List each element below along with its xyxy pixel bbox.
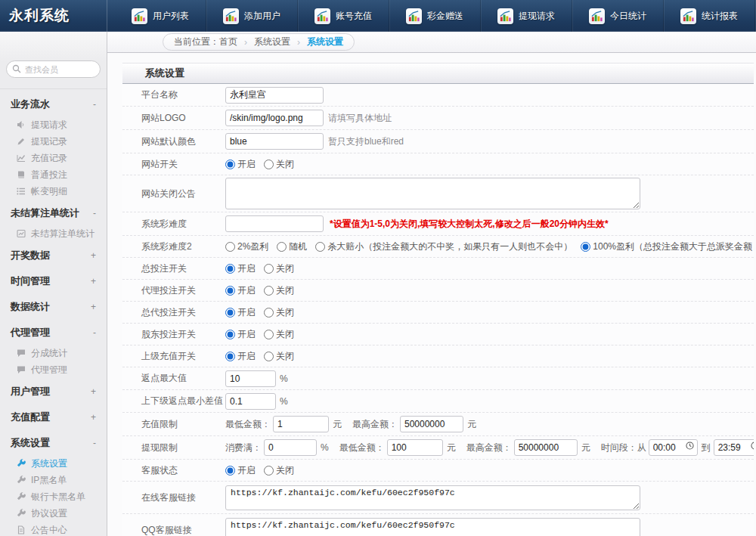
sidebar-section-lottery-data[interactable]: 开奖数据 + [0,242,107,268]
radio-input[interactable] [225,308,235,318]
collapse-toggle[interactable]: - [93,327,96,338]
radio-holder-bet-off[interactable]: 关闭 [264,328,294,341]
radio-input[interactable] [225,466,235,476]
sidebar-item-normal-bets[interactable]: 普通投注 [0,166,107,183]
nav-item-account-recharge[interactable]: 账号充值 [298,0,389,32]
sidebar-section-data-stats[interactable]: 数据统计 + [0,293,107,319]
breadcrumb-home[interactable]: 当前位置：首页 [174,36,237,48]
sidebar-section-unsettled-stats[interactable]: 未结算注单统计 - [0,200,107,225]
radio-input[interactable] [264,160,274,169]
radio-gagent-bet-on[interactable]: 开启 [225,306,256,319]
nav-item-stat-report[interactable]: 统计报表 [664,0,755,32]
radio-input[interactable] [315,242,325,252]
radio-site-switch-on[interactable]: 开启 [225,158,256,171]
sidebar-item-unsettled-stats[interactable]: 未结算注单统计 [0,225,107,242]
sidebar-item-withdraw-request[interactable]: 提现请求 [0,116,107,133]
radio-input[interactable] [225,286,235,296]
radio-input[interactable] [225,242,235,252]
recharge-min-input[interactable] [273,416,329,432]
clock-icon[interactable] [751,442,754,452]
sidebar-item-bankcard-blacklist[interactable]: 银行卡黑名单 [0,488,107,505]
sidebar-item-account-changes[interactable]: 帐变明细 [0,183,107,200]
radio-total-bet-on[interactable]: 开启 [225,262,256,275]
collapse-toggle[interactable]: - [93,208,96,218]
platform-name-input[interactable] [225,87,324,104]
radio-difficulty2-0[interactable]: 2%盈利 [225,240,268,253]
nav-item-today-stats[interactable]: 今日统计 [572,0,664,32]
radio-holder-bet-on[interactable]: 开启 [225,328,256,341]
nav-item-bonus-gift[interactable]: 彩金赠送 [389,0,481,32]
radio-input[interactable] [225,264,235,274]
breadcrumb-mid[interactable]: 系统设置 [254,36,290,48]
qq-service-textarea[interactable]: https://kf.zhantaijc.com/kefu/60ec2f950f… [225,518,640,536]
site-color-input[interactable] [225,133,324,150]
sidebar-section-agent-manage[interactable]: 代理管理 - [0,319,107,345]
sidebar-section-time-manage[interactable]: 时间管理 + [0,268,107,293]
collapse-toggle[interactable]: - [93,438,96,448]
sidebar-item-withdraw-records[interactable]: 提现记录 [0,133,107,150]
collapse-toggle[interactable]: + [91,276,96,287]
radio-input[interactable] [264,286,274,296]
withdraw-min-input[interactable] [387,439,443,456]
radio-service-on[interactable]: 开启 [225,464,256,477]
radio-input[interactable] [225,330,235,339]
radio-input[interactable] [277,242,287,252]
sidebar-item-system-settings[interactable]: 系统设置 [0,455,107,472]
collapse-toggle[interactable]: + [91,302,96,312]
radio-difficulty2-2[interactable]: 杀大赔小（投注金额大的不中奖，如果只有一人则也不会中） [315,240,572,253]
rebate-min-diff-input[interactable] [225,393,276,410]
sidebar-section-recharge-config[interactable]: 充值配置 + [0,404,107,429]
radio-input[interactable] [264,352,274,361]
radio-input[interactable] [581,242,590,252]
radio-input[interactable] [225,160,235,169]
difficulty-input[interactable] [225,215,324,232]
collapse-toggle[interactable]: - [93,99,96,110]
recharge-max-input[interactable] [400,416,463,432]
radio-agent-bet-on[interactable]: 开启 [225,284,256,297]
form-row-total-bet-switch: 总投注开关 开启 关闭 [122,258,754,280]
time-to-input[interactable] [714,439,754,456]
radio-difficulty2-3[interactable]: 100%盈利（总投注金额大于总派奖金额 否则重开） [581,240,754,253]
line-chart-icon [17,153,26,163]
radio-service-off[interactable]: 关闭 [264,464,294,477]
withdraw-consume-input[interactable] [264,439,317,456]
comment-icon [17,349,26,358]
form-row-site-logo: 网站LOGO 请填写具体地址 [122,107,754,130]
online-service-textarea[interactable]: https://kf.zhantaijc.com/kefu/60ec2f950f… [225,485,640,510]
collapse-toggle[interactable]: + [91,250,96,261]
radio-input[interactable] [264,264,274,274]
site-logo-input[interactable] [225,110,324,126]
nav-label: 彩金赠送 [427,10,463,23]
time-to-field [714,439,754,456]
radio-gagent-bet-off[interactable]: 关闭 [264,306,294,319]
sidebar-item-recharge-records[interactable]: 充值记录 [0,150,107,166]
sidebar-section-system-settings[interactable]: 系统设置 - [0,429,107,455]
radio-parent-recharge-off[interactable]: 关闭 [264,350,294,363]
nav-item-withdraw-request[interactable]: 提现请求 [481,0,572,32]
sidebar-item-agent-manage[interactable]: 代理管理 [0,361,107,378]
nav-item-user-list[interactable]: 用户列表 [115,0,206,32]
sidebar-item-protocol-settings[interactable]: 协议设置 [0,505,107,522]
radio-input[interactable] [264,308,274,318]
sidebar-item-ip-blacklist[interactable]: IP黑名单 [0,472,107,488]
withdraw-max-input[interactable] [514,439,578,456]
field-label: 提现限制 [141,442,225,454]
sidebar-section-user-manage[interactable]: 用户管理 + [0,378,107,404]
radio-input[interactable] [264,466,274,476]
collapse-toggle[interactable]: + [91,386,96,397]
collapse-toggle[interactable]: + [91,412,96,423]
nav-item-add-user[interactable]: 添加用户 [206,0,298,32]
radio-parent-recharge-on[interactable]: 开启 [225,350,256,363]
radio-site-switch-off[interactable]: 关闭 [264,158,294,171]
clock-icon[interactable] [686,442,694,452]
radio-agent-bet-off[interactable]: 关闭 [264,284,294,297]
radio-input[interactable] [225,352,235,361]
sidebar-section-business-flow[interactable]: 业务流水 - [0,91,107,116]
sidebar-item-share-stats[interactable]: 分成统计 [0,345,107,361]
radio-input[interactable] [264,330,274,339]
close-notice-textarea[interactable] [225,178,640,209]
radio-difficulty2-1[interactable]: 随机 [277,240,307,253]
rebate-max-input[interactable] [225,370,276,387]
radio-total-bet-off[interactable]: 关闭 [264,262,294,275]
sidebar-item-announcement-center[interactable]: 公告中心 [0,522,107,536]
